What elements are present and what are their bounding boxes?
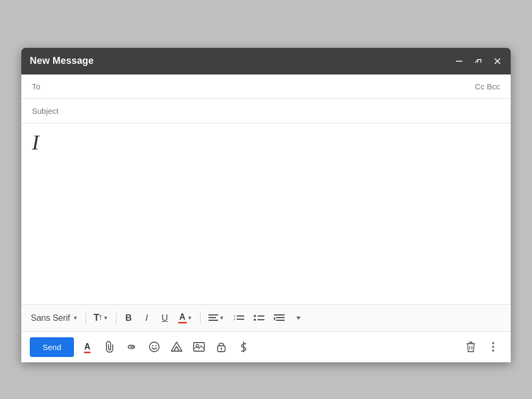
discard-button[interactable]	[462, 338, 480, 356]
font-family-label: Sans Serif	[31, 313, 70, 323]
numbered-list-icon: 1 2	[233, 313, 245, 323]
minimize-button[interactable]	[454, 56, 464, 66]
font-size-selector[interactable]: T T ▼	[90, 310, 112, 326]
text-format-icon: A	[84, 342, 90, 352]
underline-button[interactable]: U	[157, 310, 173, 326]
subject-field-row	[21, 99, 511, 123]
bullet-list-icon	[253, 313, 265, 323]
more-options-button[interactable]	[484, 338, 502, 356]
svg-point-37	[492, 350, 494, 352]
send-button[interactable]: Send	[30, 337, 74, 357]
text-color-bar	[178, 322, 187, 323]
bold-button[interactable]: B	[121, 310, 137, 326]
lock-icon	[216, 341, 227, 353]
photo-icon	[193, 342, 205, 352]
link-icon	[126, 342, 138, 352]
svg-rect-8	[237, 315, 244, 317]
align-icon	[208, 313, 219, 323]
window-controls	[454, 56, 502, 66]
numbered-list-button[interactable]: 1 2	[230, 310, 248, 326]
subject-input[interactable]	[32, 106, 500, 115]
more-icon	[294, 313, 303, 323]
insert-photo-button[interactable]	[190, 338, 208, 356]
divider-2	[116, 312, 117, 324]
three-dots-icon	[492, 341, 495, 353]
svg-rect-10	[237, 319, 244, 320]
trash-icon	[466, 341, 476, 353]
svg-point-13	[254, 319, 256, 321]
drive-icon	[171, 342, 182, 352]
insert-emoji-button[interactable]	[145, 338, 163, 356]
bullet-list-button[interactable]	[250, 310, 268, 326]
compose-window: New Message To Cc Bcc I	[21, 48, 511, 362]
more-secure-button[interactable]	[212, 338, 230, 356]
format-toolbar: Sans Serif ▼ T T ▼ B I U A ▼	[21, 304, 511, 332]
svg-point-23	[155, 345, 156, 346]
compose-title: New Message	[30, 55, 94, 66]
paperclip-icon	[104, 341, 115, 353]
indent-button[interactable]	[270, 310, 288, 326]
to-input[interactable]	[53, 82, 475, 91]
to-field-row: To Cc Bcc	[21, 74, 511, 99]
svg-rect-6	[209, 320, 218, 321]
title-bar: New Message	[21, 48, 511, 74]
svg-rect-5	[209, 317, 216, 318]
bottom-toolbar: Send A	[21, 332, 511, 362]
indent-icon	[273, 313, 285, 323]
svg-point-36	[492, 346, 494, 348]
svg-rect-15	[274, 314, 285, 315]
insert-drive-button[interactable]	[168, 338, 186, 356]
svg-line-25	[174, 346, 177, 351]
svg-rect-14	[257, 319, 264, 320]
insert-signature-button[interactable]	[235, 338, 253, 356]
insert-link-button[interactable]	[123, 338, 141, 356]
svg-rect-16	[276, 317, 285, 318]
fields-area: To Cc Bcc	[21, 74, 511, 123]
font-family-arrow: ▼	[73, 315, 78, 321]
svg-text:2: 2	[234, 318, 236, 321]
svg-point-35	[492, 342, 494, 344]
svg-line-26	[177, 346, 179, 351]
more-formatting-button[interactable]	[290, 310, 306, 326]
svg-marker-18	[274, 317, 276, 321]
font-size-subicon: T	[99, 315, 102, 321]
svg-point-22	[152, 345, 153, 346]
italic-button[interactable]: I	[139, 310, 155, 326]
cc-bcc-button[interactable]: Cc Bcc	[475, 82, 500, 91]
attach-file-button[interactable]	[101, 338, 119, 356]
font-size-arrow: ▼	[103, 315, 109, 321]
dollar-icon	[239, 341, 248, 353]
align-arrow: ▼	[219, 315, 225, 321]
divider-1	[86, 312, 86, 324]
text-format-button[interactable]: A	[78, 338, 96, 356]
text-color-label: A	[179, 312, 186, 322]
svg-point-30	[221, 348, 222, 350]
svg-rect-12	[257, 315, 264, 317]
emoji-icon	[148, 341, 160, 353]
svg-point-21	[149, 342, 159, 352]
svg-rect-4	[209, 314, 218, 315]
svg-marker-19	[296, 317, 301, 320]
close-button[interactable]	[493, 56, 502, 66]
text-color-button[interactable]: A ▼	[175, 310, 196, 326]
svg-rect-0	[456, 61, 462, 62]
divider-3	[200, 312, 201, 324]
font-family-selector[interactable]: Sans Serif ▼	[28, 310, 81, 326]
maximize-button[interactable]	[473, 56, 483, 66]
text-color-arrow: ▼	[187, 315, 193, 321]
svg-point-11	[254, 315, 256, 317]
to-label: To	[32, 82, 53, 91]
alignment-button[interactable]: ▼	[205, 310, 228, 326]
svg-rect-17	[276, 320, 285, 321]
body-area[interactable]: I	[21, 123, 511, 304]
